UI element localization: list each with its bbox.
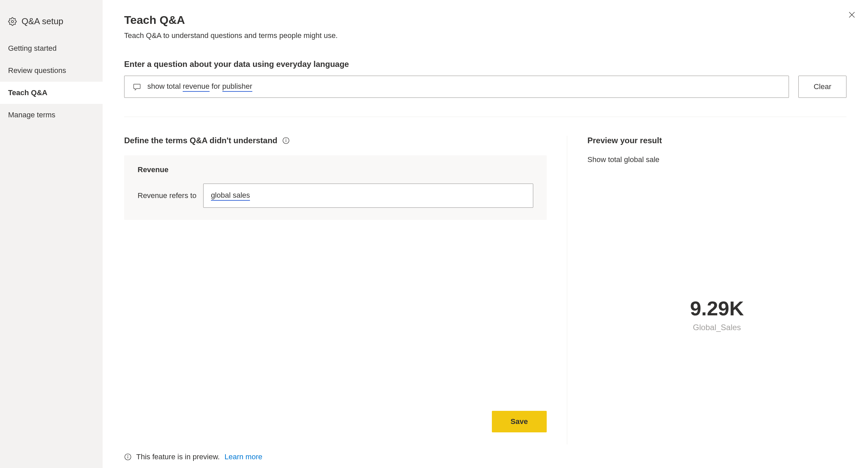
footer: This feature is in preview. Learn more (124, 444, 846, 468)
save-row: Save (124, 411, 547, 444)
info-icon[interactable] (282, 137, 290, 144)
question-text: show total revenue for publisher (147, 82, 252, 92)
result-label: Global_Sales (693, 323, 741, 332)
result-value: 9.29K (690, 297, 744, 320)
preview-column: Preview your result Show total global sa… (567, 136, 846, 444)
svg-point-5 (286, 139, 286, 139)
chat-icon (132, 82, 141, 91)
learn-more-link[interactable]: Learn more (224, 453, 262, 461)
gear-icon (8, 17, 17, 26)
define-column: Define the terms Q&A didn't understand R… (124, 136, 567, 444)
close-icon (848, 11, 856, 19)
sidebar-item-label: Manage terms (8, 111, 56, 119)
preview-result: 9.29K Global_Sales (587, 184, 846, 444)
footer-text: This feature is in preview. (136, 453, 220, 461)
sidebar-item-manage-terms[interactable]: Manage terms (0, 104, 103, 126)
page-title: Teach Q&A (124, 13, 846, 27)
term-input-text: global sales (211, 191, 250, 201)
preview-heading: Preview your result (587, 136, 846, 145)
term-input[interactable]: global sales (203, 183, 533, 208)
sidebar-item-review-questions[interactable]: Review questions (0, 60, 103, 82)
sidebar-item-label: Teach Q&A (8, 89, 48, 97)
question-section-label: Enter a question about your data using e… (124, 60, 846, 69)
term-row: Revenue refers to global sales (137, 183, 533, 208)
term-row-label: Revenue refers to (137, 191, 196, 200)
sidebar: Q&A setup Getting started Review questio… (0, 0, 103, 468)
preview-query: Show total global sale (587, 155, 846, 164)
sidebar-title: Q&A setup (22, 16, 63, 27)
sidebar-item-teach-qa[interactable]: Teach Q&A (0, 82, 103, 104)
clear-button[interactable]: Clear (798, 76, 846, 98)
sidebar-item-getting-started[interactable]: Getting started (0, 37, 103, 60)
define-heading: Define the terms Q&A didn't understand (124, 136, 547, 145)
question-row: show total revenue for publisher Clear (124, 76, 846, 98)
close-button[interactable] (846, 9, 857, 20)
svg-point-8 (128, 455, 128, 456)
info-icon (124, 453, 131, 461)
page-subtitle: Teach Q&A to understand questions and te… (124, 31, 846, 40)
svg-point-0 (11, 20, 14, 23)
sidebar-item-label: Getting started (8, 44, 57, 53)
divider (124, 117, 846, 117)
content-columns: Define the terms Q&A didn't understand R… (124, 136, 846, 444)
sidebar-header: Q&A setup (0, 10, 103, 37)
main-content: Teach Q&A Teach Q&A to understand questi… (103, 0, 868, 468)
question-input[interactable]: show total revenue for publisher (124, 76, 789, 98)
term-title: Revenue (137, 165, 533, 174)
term-card: Revenue Revenue refers to global sales (124, 155, 547, 220)
sidebar-item-label: Review questions (8, 66, 66, 75)
save-button[interactable]: Save (492, 411, 547, 432)
